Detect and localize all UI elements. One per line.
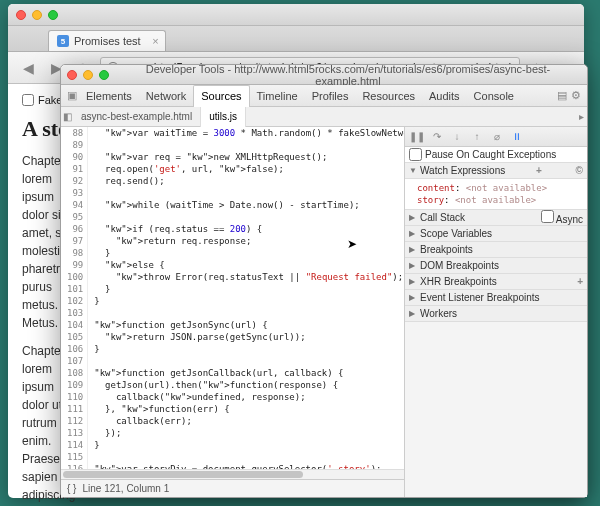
- line-number[interactable]: 93: [61, 187, 88, 199]
- minimize-window-button[interactable]: [32, 10, 42, 20]
- more-tabs-icon[interactable]: ▸: [575, 111, 587, 122]
- code-line[interactable]: 90 "kw">var req = "kw">new XMLHttpReques…: [61, 151, 404, 163]
- code-line[interactable]: 110 callback("kw">undefined, response);: [61, 391, 404, 403]
- watch-item[interactable]: content: <not available>: [417, 182, 575, 194]
- line-number[interactable]: 109: [61, 379, 88, 391]
- browser-tab[interactable]: 5 Promises test ×: [48, 30, 166, 51]
- code-line[interactable]: 112 callback(err);: [61, 415, 404, 427]
- line-number[interactable]: 115: [61, 451, 88, 463]
- line-number[interactable]: 102: [61, 295, 88, 307]
- deactivate-breakpoints-button[interactable]: ⌀: [490, 130, 504, 144]
- panel-resources[interactable]: Resources: [355, 85, 422, 107]
- code-line[interactable]: 102}: [61, 295, 404, 307]
- pause-on-exceptions-button[interactable]: ⏸: [510, 130, 524, 144]
- pause-on-caught-row[interactable]: Pause On Caught Exceptions: [405, 147, 587, 163]
- code-line[interactable]: 100 "kw">throw Error(req.statusText || "…: [61, 271, 404, 283]
- fake-delay-input[interactable]: [22, 94, 34, 106]
- scope-variables-header[interactable]: ▶Scope Variables: [405, 226, 587, 242]
- line-number[interactable]: 97: [61, 235, 88, 247]
- code-line[interactable]: 109 getJson(url).then("kw">function(resp…: [61, 379, 404, 391]
- line-number[interactable]: 100: [61, 271, 88, 283]
- inspect-icon[interactable]: ▣: [65, 89, 79, 103]
- minimize-window-button[interactable]: [83, 70, 93, 80]
- line-number[interactable]: 96: [61, 223, 88, 235]
- code-line[interactable]: 88 "kw">var waitTime = 3000 * Math.rando…: [61, 127, 404, 139]
- add-watch-icon[interactable]: +: [536, 165, 542, 176]
- code-line[interactable]: 114}: [61, 439, 404, 451]
- code-line[interactable]: 106}: [61, 343, 404, 355]
- code-line[interactable]: 94 "kw">while (waitTime > Date.now() - s…: [61, 199, 404, 211]
- brace-icon[interactable]: { }: [67, 483, 76, 494]
- panel-elements[interactable]: Elements: [79, 85, 139, 107]
- navigator-icon[interactable]: ◧: [61, 111, 73, 122]
- close-window-button[interactable]: [67, 70, 77, 80]
- tab-close-icon[interactable]: ×: [152, 35, 158, 47]
- call-stack-header[interactable]: ▶ Call Stack Async: [405, 210, 587, 226]
- panel-timeline[interactable]: Timeline: [250, 85, 305, 107]
- step-into-button[interactable]: ↓: [450, 130, 464, 144]
- code-line[interactable]: 91 req.open('get', url, "kw">false);: [61, 163, 404, 175]
- code-line[interactable]: 92 req.send();: [61, 175, 404, 187]
- file-tab[interactable]: async-best-example.html: [73, 107, 201, 127]
- code-line[interactable]: 89: [61, 139, 404, 151]
- code-line[interactable]: 105 "kw">return JSON.parse(getSync(url))…: [61, 331, 404, 343]
- async-checkbox[interactable]: [541, 210, 554, 223]
- scrollbar-thumb[interactable]: [63, 471, 303, 478]
- breakpoints-header[interactable]: ▶Breakpoints: [405, 242, 587, 258]
- line-number[interactable]: 89: [61, 139, 88, 151]
- add-xhr-breakpoint-icon[interactable]: +: [577, 276, 583, 287]
- line-number[interactable]: 111: [61, 403, 88, 415]
- panel-network[interactable]: Network: [139, 85, 193, 107]
- line-number[interactable]: 90: [61, 151, 88, 163]
- line-number[interactable]: 107: [61, 355, 88, 367]
- code-line[interactable]: 98 }: [61, 247, 404, 259]
- code-line[interactable]: 101 }: [61, 283, 404, 295]
- line-number[interactable]: 101: [61, 283, 88, 295]
- line-number[interactable]: 104: [61, 319, 88, 331]
- line-number[interactable]: 108: [61, 367, 88, 379]
- line-number[interactable]: 106: [61, 343, 88, 355]
- zoom-window-button[interactable]: [48, 10, 58, 20]
- code-viewport[interactable]: 88 "kw">var waitTime = 3000 * Math.rando…: [61, 127, 404, 469]
- line-number[interactable]: 94: [61, 199, 88, 211]
- pause-on-caught-checkbox[interactable]: [409, 148, 422, 161]
- step-out-button[interactable]: ↑: [470, 130, 484, 144]
- line-number[interactable]: 91: [61, 163, 88, 175]
- code-line[interactable]: 108"kw">function getJsonCallback(url, ca…: [61, 367, 404, 379]
- drawer-icon[interactable]: ▤: [555, 89, 569, 103]
- line-number[interactable]: 112: [61, 415, 88, 427]
- watch-expressions-header[interactable]: ▼ Watch Expressions + ©: [405, 163, 587, 179]
- code-line[interactable]: 95: [61, 211, 404, 223]
- settings-icon[interactable]: ⚙: [569, 89, 583, 103]
- line-number[interactable]: 103: [61, 307, 88, 319]
- panel-console[interactable]: Console: [467, 85, 521, 107]
- line-number[interactable]: 92: [61, 175, 88, 187]
- line-number[interactable]: 99: [61, 259, 88, 271]
- zoom-window-button[interactable]: [99, 70, 109, 80]
- async-checkbox-row[interactable]: Async: [541, 210, 583, 225]
- panel-audits[interactable]: Audits: [422, 85, 467, 107]
- line-number[interactable]: 98: [61, 247, 88, 259]
- code-line[interactable]: 107: [61, 355, 404, 367]
- xhr-breakpoints-header[interactable]: ▶XHR Breakpoints+: [405, 274, 587, 290]
- pause-button[interactable]: ❚❚: [410, 130, 424, 144]
- refresh-watch-icon[interactable]: ©: [573, 165, 583, 176]
- panel-sources[interactable]: Sources: [193, 85, 249, 107]
- panel-profiles[interactable]: Profiles: [305, 85, 356, 107]
- horizontal-scrollbar[interactable]: [61, 469, 404, 479]
- code-line[interactable]: 111 }, "kw">function(err) {: [61, 403, 404, 415]
- dom-breakpoints-header[interactable]: ▶DOM Breakpoints: [405, 258, 587, 274]
- line-number[interactable]: 105: [61, 331, 88, 343]
- line-number[interactable]: 113: [61, 427, 88, 439]
- step-over-button[interactable]: ↷: [430, 130, 444, 144]
- code-line[interactable]: 93: [61, 187, 404, 199]
- workers-header[interactable]: ▶Workers: [405, 306, 587, 322]
- code-line[interactable]: 104"kw">function getJsonSync(url) {: [61, 319, 404, 331]
- code-line[interactable]: 103: [61, 307, 404, 319]
- code-line[interactable]: 113 });: [61, 427, 404, 439]
- line-number[interactable]: 110: [61, 391, 88, 403]
- code-line[interactable]: 97 "kw">return req.response;: [61, 235, 404, 247]
- file-tab[interactable]: utils.js: [201, 107, 246, 127]
- event-listener-breakpoints-header[interactable]: ▶Event Listener Breakpoints: [405, 290, 587, 306]
- back-button[interactable]: ◀: [16, 57, 40, 79]
